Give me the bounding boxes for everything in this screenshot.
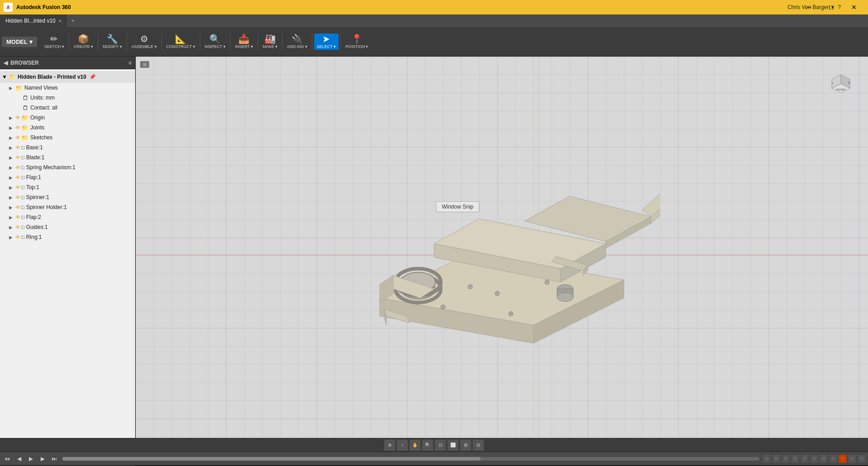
fit-all-button[interactable]: ⊞ [140,61,149,68]
tree-item-label: Named Views [24,85,58,91]
tree-item-guides1[interactable]: ▶ 👁 □ Guides:1 [0,222,135,232]
create-button[interactable]: 📦 CREATE ▾ [71,33,96,50]
insert-button[interactable]: 📥 INSERT ▾ [232,33,256,50]
modify-button[interactable]: 🔧 MODIFY ▾ [100,33,124,50]
timeline-last-button[interactable]: ⏭ [49,453,60,464]
body-icon: □ [21,204,24,210]
view-controls-top: ⊞ [140,61,149,68]
tab-close-icon[interactable]: ✕ [58,19,62,24]
make-icon: 🏭 [264,34,276,43]
help-icon[interactable]: ? [838,4,841,10]
browser-options-icon[interactable]: ≡ [128,60,132,66]
timeline-next-button[interactable]: ▶ [37,453,48,464]
tree-root-item[interactable]: ▼ 📁 Hidden Blade - Printed v10 📌 [0,71,135,83]
tl-step-3[interactable]: □ [781,454,790,463]
app-title: Autodesk Fusion 360 [16,4,795,10]
timeline-track[interactable] [62,457,760,461]
tree-item-joints[interactable]: ▶ 👁 📁 Joints [0,123,135,133]
tree-item-units: 🗒 Units: mm [0,93,135,103]
position-button[interactable]: 📍 POSITION ▾ [343,33,371,50]
tree-item-spinner-holder1[interactable]: ▶ 👁 □ Spinner Holder:1 [0,202,135,212]
tl-step-7[interactable]: □ [819,454,828,463]
folder-icon: 📁 [21,114,28,121]
model-dropdown[interactable]: MODEL ▾ [2,37,37,47]
tl-step-9[interactable]: □ [838,454,847,463]
toolbar: MODEL ▾ ✏ SKETCH ▾ 📦 CREATE ▾ 🔧 MODIFY ▾… [0,27,868,57]
units-label: Units: mm [30,95,55,101]
viewport[interactable]: Window Snip [136,57,868,438]
close-button[interactable]: ✕ [844,0,864,14]
expand-arrow: ▶ [9,135,15,140]
timeline-play-button[interactable]: ▶ [25,453,36,464]
tree-item-flap1[interactable]: ▶ 👁 □ Flap:1 [0,172,135,182]
inspect-button[interactable]: 🔍 INSPECT ▾ [202,33,228,50]
tl-step-11[interactable]: □ [857,454,866,463]
main-tab[interactable]: Hidden Bl...inted v10 ✕ [0,14,68,27]
pan-button[interactable]: ✋ [409,439,421,451]
collapse-browser-icon[interactable]: ◀ [4,60,8,66]
tl-step-4[interactable]: □ [791,454,800,463]
snap-button[interactable]: ⊕ [384,439,396,451]
tree-item-ring1[interactable]: ▶ 👁 □ Ring:1 [0,232,135,242]
insert-icon: 📥 [238,34,250,43]
tl-step-2[interactable]: □ [772,454,781,463]
tree-item-top1[interactable]: ▶ 👁 □ Top:1 [0,182,135,192]
expand-arrow: ▶ [9,86,15,90]
tree-item-spinner1[interactable]: ▶ 👁 □ Spinner:1 [0,192,135,202]
tree-item-spring-mechanism1[interactable]: ▶ 👁 □ Spring Mechanism:1 [0,162,135,172]
expand-arrow: ▶ [9,125,15,130]
orbit-button[interactable]: ↕ [396,439,408,451]
zoom-button[interactable]: 🔍 [422,439,434,451]
sidebar: ◀ BROWSER ≡ ▼ 📁 Hidden Blade - Printed v… [0,57,136,438]
tree-item-base1[interactable]: ▶ 👁 □ Base:1 [0,143,135,152]
toolbar-group-make: 🏭 MAKE ▾ [258,33,283,51]
model-arrow: ▾ [29,38,33,45]
units-icon: 🗒 [23,95,28,101]
bottom-toolbar: ⊕ ↕ ✋ 🔍 ⊡ ⬜ ⊞ ⊟ [0,438,868,452]
tree-item-sketches[interactable]: ▶ 👁 📁 Sketches [0,133,135,143]
timeline-first-button[interactable]: ⏮ [2,453,13,464]
timeline-thumb[interactable] [62,457,481,461]
tl-step-8[interactable]: □ [829,454,838,463]
select-button[interactable]: ➤ SELECT ▾ [314,33,339,50]
toolbar-group-select: ➤ SELECT ▾ [312,33,341,51]
construct-button[interactable]: 📐 CONSTRUCT ▾ [164,33,198,50]
visibility-icon: 👁 [15,224,20,230]
grid-button[interactable]: ⊞ [460,439,472,451]
svg-point-16 [441,304,445,309]
tl-step-6[interactable]: □ [810,454,819,463]
tl-step-1[interactable]: □ [762,454,771,463]
toolbar-group-construct: 📐 CONSTRUCT ▾ [162,33,200,51]
tree-item-blade1[interactable]: ▶ 👁 □ Blade:1 [0,152,135,162]
visibility-icon: 👁 [15,135,20,140]
create-icon: 📦 [78,34,89,43]
tree-item-flap2[interactable]: ▶ 👁 □ Flap:2 [0,212,135,222]
make-button[interactable]: 🏭 MAKE ▾ [260,33,280,50]
addins-button[interactable]: 🔌 ADD-INS ▾ [284,33,310,50]
joints-label: Joints [30,124,44,131]
select-icon: ➤ [322,34,330,43]
origin-label: Origin [30,114,45,121]
display-settings-button[interactable]: ⊟ [472,439,484,451]
timeline-prev-button[interactable]: ◀ [14,453,24,464]
zoom-window-button[interactable]: ⊡ [434,439,446,451]
tl-step-10[interactable]: □ [848,454,857,463]
visibility-icon: 👁 [15,115,20,120]
tab-bar: Hidden Bl...inted v10 ✕ + [0,14,868,27]
add-tab-button[interactable]: + [68,14,78,27]
assemble-button[interactable]: ⚙ ASSEMBLE ▾ [129,33,160,50]
body-icon: □ [21,224,24,230]
expand-arrow: ▶ [9,115,15,120]
tl-step-5[interactable]: □ [800,454,809,463]
view-cube-button[interactable]: ⬜ [447,439,459,451]
toolbar-group-create: 📦 CREATE ▾ [69,33,98,51]
tree-item-contact: 🗒 Contact: all [0,103,135,113]
inspect-icon: 🔍 [209,34,221,43]
toolbar-group-addins: 🔌 ADD-INS ▾ [283,33,312,51]
view-cube[interactable]: FRONT L R [823,66,859,102]
body-icon: □ [21,155,24,160]
modify-icon: 🔧 [107,34,118,43]
tree-item-origin[interactable]: ▶ 👁 📁 Origin [0,113,135,123]
tree-item-named-views[interactable]: ▶ 📁 Named Views [0,83,135,93]
sketch-button[interactable]: ✏ SKETCH ▾ [42,33,67,50]
